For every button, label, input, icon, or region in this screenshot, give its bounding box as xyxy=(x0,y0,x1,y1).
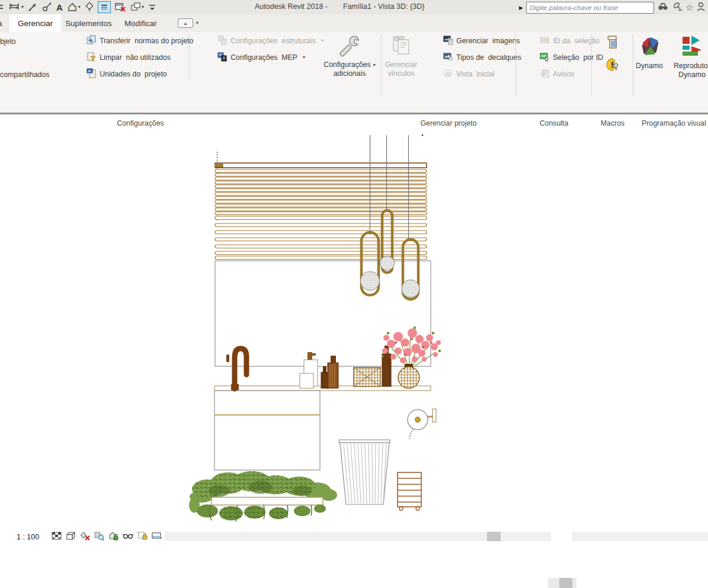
tab-clipped[interactable]: a xyxy=(0,14,6,32)
starting-view-button[interactable]: Vista inicial xyxy=(423,69,521,79)
clipped-label-projeto[interactable]: bjeto xyxy=(0,37,16,46)
warnings-button[interactable]: Avisos xyxy=(520,69,603,79)
crop-view-icon[interactable] xyxy=(137,531,148,543)
button-label: ID da seleção xyxy=(553,37,600,45)
search-input[interactable] xyxy=(526,2,654,14)
project-units-button[interactable]: Unidades do projeto xyxy=(66,69,193,79)
button-label: Unidades do projeto xyxy=(100,70,166,78)
sign-in-person-icon[interactable] xyxy=(696,1,706,14)
selection-id-button[interactable]: ID da seleção xyxy=(520,36,603,46)
measure-icon[interactable] xyxy=(27,1,39,13)
drawer-cart[interactable] xyxy=(398,472,421,510)
plant-shelf[interactable] xyxy=(189,471,337,522)
dropdown-arrow-icon: ▾ xyxy=(21,5,24,9)
clipped-label-compartilhados[interactable]: compartilhados xyxy=(0,71,49,79)
ribbon: bjeto compartilhados Transferir normas d… xyxy=(0,32,708,113)
sun-path-off-icon[interactable] xyxy=(80,531,90,543)
shadows-icon[interactable] xyxy=(94,531,104,543)
button-label: Gerenciar imagens xyxy=(456,37,520,45)
close-hidden-windows-icon[interactable] xyxy=(114,1,127,13)
dropdown-arrow-icon: ▾ xyxy=(373,63,376,68)
button-label: vínculos xyxy=(387,69,414,78)
dropdown-arrow-icon: ▾ xyxy=(78,5,81,9)
reveal-hidden-elements-icon[interactable] xyxy=(152,531,162,543)
window-blinds[interactable] xyxy=(215,152,427,260)
manage-links-icon xyxy=(391,34,411,60)
dynamo-player-button[interactable]: Reprodutor Dynamo xyxy=(668,34,708,79)
document-title: Família1 - Vista 3D: {3D} xyxy=(343,2,424,11)
panel-label-programacao-visual[interactable]: Programação visual xyxy=(642,119,706,127)
dropdown-arrow-icon: ▾ xyxy=(142,5,144,9)
search-binoculars-icon[interactable] xyxy=(657,1,669,14)
favorites-star-icon[interactable]: ☆ xyxy=(685,2,693,13)
ribbon-collapse-options-icon[interactable]: ▾ xyxy=(196,21,198,25)
wrench-icon xyxy=(339,34,360,60)
vanity-cabinet[interactable] xyxy=(214,391,320,470)
communication-center-icon[interactable] xyxy=(672,1,683,14)
app-title: Autodesk Revit 2018 - xyxy=(255,2,328,11)
selection-id-icon xyxy=(520,27,550,55)
view-control-bar: 1 : 100 < xyxy=(0,532,165,542)
default-3d-view-icon[interactable]: ▾ xyxy=(66,1,81,13)
button-label: Configurações estruturais xyxy=(230,37,316,45)
text-tool-icon[interactable]: A xyxy=(56,1,63,13)
button-label: Transferir normas do projeto xyxy=(100,37,193,45)
toilet-paper-holder[interactable] xyxy=(408,409,436,440)
button-label: Avisos xyxy=(553,70,574,78)
additional-settings-button[interactable]: Configurações ▾ adicionais xyxy=(320,34,379,78)
horizontal-scrollbar-thumb[interactable] xyxy=(487,532,501,541)
starting-view-icon xyxy=(423,60,453,88)
macro-security-button[interactable] xyxy=(606,57,620,74)
view-scale-button[interactable]: 1 : 100 xyxy=(17,533,39,541)
clipped-qat-icon[interactable] xyxy=(0,1,5,13)
warnings-icon xyxy=(520,60,550,88)
section-icon[interactable] xyxy=(84,1,95,13)
window-title: Autodesk Revit 2018 - Família1 - Vista 3… xyxy=(255,2,504,11)
structural-settings-button[interactable]: Configurações estruturais xyxy=(197,36,323,46)
manage-links-button[interactable]: Gerenciar vínculos xyxy=(383,34,419,78)
button-label: Vista inicial xyxy=(456,70,495,78)
button-label: adicionais xyxy=(334,69,366,78)
tab-gerenciar[interactable]: Gerenciar xyxy=(9,14,61,32)
quick-access-toolbar: ▾ A ▾ ▾ xyxy=(0,1,157,14)
button-label: Reprodutor xyxy=(674,62,708,71)
revit-window: ▾ A ▾ ▾ xyxy=(0,0,708,588)
panel-label-consulta[interactable]: Consulta xyxy=(517,119,591,127)
button-label: Dynamo xyxy=(678,71,706,79)
bottom-scrollbar-thumb[interactable] xyxy=(559,578,572,588)
temporary-hide-isolate-glasses-icon[interactable] xyxy=(123,531,133,543)
panel-label-configuracoes[interactable]: Configurações xyxy=(0,119,281,127)
aligned-dimension-icon[interactable]: ▾ xyxy=(8,1,24,13)
button-label: Tipos de decalques xyxy=(456,53,521,62)
button-label: Gerenciar xyxy=(385,60,417,69)
ribbon-bottom-edge xyxy=(0,113,708,114)
panel-label-gerenciar-projeto[interactable]: Gerenciar projeto xyxy=(382,119,515,127)
tag-icon[interactable] xyxy=(41,1,53,13)
button-label: Limpar não utilizados xyxy=(100,53,171,62)
trash-can[interactable] xyxy=(339,440,390,504)
panel-label-macros[interactable]: Macros xyxy=(592,119,633,127)
tab-modificar[interactable]: Modificar xyxy=(116,14,165,32)
button-label: Dynamo xyxy=(636,62,663,71)
horizontal-scrollbar-track-right[interactable] xyxy=(572,532,708,541)
macro-manager-button[interactable] xyxy=(606,35,620,53)
project-units-icon xyxy=(66,60,97,88)
structural-settings-icon xyxy=(197,27,228,55)
dynamo-icon xyxy=(637,34,661,62)
search-expand-arrow-icon[interactable]: ▶ xyxy=(519,5,523,11)
switch-windows-icon[interactable]: ▾ xyxy=(130,1,145,13)
lock-view-icon[interactable] xyxy=(108,531,118,543)
dynamo-button[interactable]: Dynamo xyxy=(634,34,665,71)
thin-lines-toggle-icon[interactable] xyxy=(98,1,111,13)
detail-level-icon[interactable] xyxy=(66,531,76,543)
visual-style-icon[interactable] xyxy=(52,531,62,543)
button-label: Seleção por ID xyxy=(553,53,603,62)
customize-qat-icon[interactable] xyxy=(148,1,157,13)
ribbon-tab-bar: a Gerenciar Suplementos Modificar ▲ ▾ xyxy=(0,14,708,32)
ribbon-collapse-button[interactable]: ▲ xyxy=(178,18,193,28)
button-label: Configurações MEP xyxy=(230,53,297,62)
button-label: Configurações xyxy=(323,60,370,69)
title-bar: ▾ A ▾ ▾ xyxy=(0,0,708,14)
dynamo-player-icon xyxy=(680,34,704,62)
